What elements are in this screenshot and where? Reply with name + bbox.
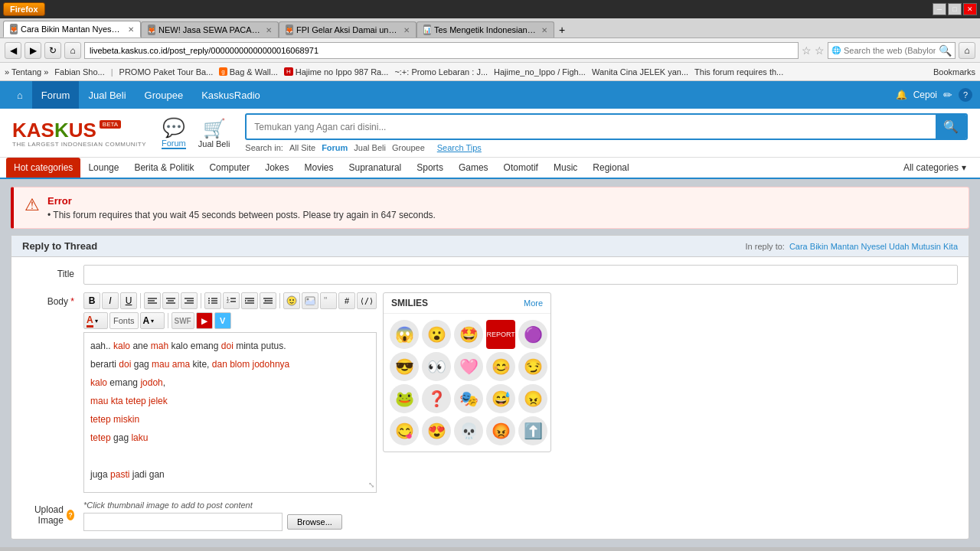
indent-btn[interactable] bbox=[241, 292, 258, 309]
ul-btn[interactable] bbox=[204, 292, 221, 309]
back-btn[interactable]: ◀ bbox=[5, 42, 21, 59]
youtube-btn[interactable]: ▶ bbox=[196, 312, 213, 329]
align-left-btn[interactable] bbox=[144, 292, 161, 309]
jualbeli-icon-btn[interactable]: 🛒 Jual Beli bbox=[198, 118, 230, 148]
smiley-1[interactable]: 😱 bbox=[390, 320, 419, 349]
maximize-btn[interactable]: □ bbox=[948, 3, 962, 15]
cat-otomotif[interactable]: Otomotif bbox=[496, 158, 546, 178]
logo-kaskus[interactable]: KASKUS bbox=[12, 119, 96, 142]
img-btn[interactable] bbox=[302, 292, 318, 309]
new-tab-btn[interactable]: + bbox=[554, 22, 570, 37]
cat-hot[interactable]: Hot categories bbox=[6, 158, 80, 178]
cat-supranatural[interactable]: Supranatural bbox=[341, 158, 410, 178]
search-opt-all[interactable]: All Site bbox=[289, 143, 315, 152]
cat-all-btn[interactable]: All categories ▾ bbox=[896, 158, 974, 178]
address-bar[interactable] bbox=[84, 42, 799, 59]
site-nav-groupee[interactable]: Groupee bbox=[136, 81, 193, 109]
nav-user-name[interactable]: Cepoi bbox=[913, 90, 937, 100]
search-tips-link[interactable]: Search Tips bbox=[437, 143, 482, 152]
site-nav-radio[interactable]: KaskusRadio bbox=[192, 81, 270, 109]
tab-2[interactable]: 🦊 FPI Gelar Aksi Damai untuk Dukung F...… bbox=[279, 21, 416, 37]
in-reply-thread-link[interactable]: Cara Bikin Mantan Nyesel Udah Mutusin Ki… bbox=[789, 242, 958, 251]
flash-btn[interactable]: SWF bbox=[172, 312, 194, 329]
smiley-3[interactable]: 🤩 bbox=[454, 320, 483, 349]
cat-regional[interactable]: Regional bbox=[585, 158, 636, 178]
smiley-14[interactable]: 😅 bbox=[486, 384, 515, 413]
cat-music[interactable]: Music bbox=[546, 158, 585, 178]
tab-close-0[interactable]: ✕ bbox=[128, 25, 134, 34]
smiley-16[interactable]: 😋 bbox=[390, 416, 419, 445]
editor-text-area[interactable]: aah.. kalo ane mah kalo emang doi minta … bbox=[83, 332, 377, 493]
smiley-5[interactable]: 🟣 bbox=[518, 320, 547, 349]
browse-button[interactable]: Browse... bbox=[287, 514, 342, 530]
smiley-17[interactable]: 😍 bbox=[422, 416, 451, 445]
browser-search-input[interactable] bbox=[844, 46, 936, 55]
tab-1[interactable]: 🦊 NEW! Jasa SEWA PACAR ! (anak Kask... ✕ bbox=[141, 21, 279, 37]
bold-btn[interactable]: B bbox=[83, 292, 100, 309]
cat-sports[interactable]: Sports bbox=[409, 158, 451, 178]
fonts-btn[interactable]: Fonts bbox=[109, 312, 139, 329]
italic-btn[interactable]: I bbox=[102, 292, 119, 309]
search-opt-jual[interactable]: Jual Beli bbox=[354, 143, 386, 152]
smiley-18[interactable]: 💀 bbox=[454, 416, 483, 445]
hash-btn[interactable]: # bbox=[338, 292, 355, 309]
minimize-btn[interactable]: ─ bbox=[933, 3, 946, 15]
smilies-more-link[interactable]: More bbox=[524, 298, 543, 308]
cat-movies[interactable]: Movies bbox=[297, 158, 341, 178]
site-nav-jualbeli[interactable]: Jual Beli bbox=[79, 81, 135, 109]
smiley-9[interactable]: 😊 bbox=[486, 352, 515, 381]
search-opt-groupee[interactable]: Groupee bbox=[392, 143, 425, 152]
code-btn[interactable]: ⟨/⟩ bbox=[357, 292, 377, 309]
home-btn[interactable]: ⌂ bbox=[64, 42, 81, 59]
bookmark-star2-icon[interactable]: ☆ bbox=[815, 44, 825, 57]
smiley-6[interactable]: 😎 bbox=[390, 352, 419, 381]
smiley-btn[interactable] bbox=[283, 292, 300, 309]
smiley-19[interactable]: 😡 bbox=[486, 416, 515, 445]
forward-btn[interactable]: ▶ bbox=[24, 42, 41, 59]
firefox-menu-btn[interactable]: Firefox bbox=[3, 2, 45, 16]
cat-jokes[interactable]: Jokes bbox=[257, 158, 296, 178]
tab-close-3[interactable]: ✕ bbox=[541, 26, 547, 34]
smiley-15[interactable]: 😠 bbox=[518, 384, 547, 413]
site-nav-home[interactable]: ⌂ bbox=[8, 81, 32, 109]
smiley-20[interactable]: ⬆️ bbox=[518, 416, 547, 445]
smiley-8[interactable]: 🩷 bbox=[454, 352, 483, 381]
search-opt-forum[interactable]: Forum bbox=[322, 143, 348, 152]
smiley-12[interactable]: ❓ bbox=[422, 384, 451, 413]
smiley-2[interactable]: 😮 bbox=[422, 320, 451, 349]
cat-computer[interactable]: Computer bbox=[201, 158, 257, 178]
tab-0[interactable]: 🦊 Cara Bikin Mantan Nyesel Udah Mutu... … bbox=[3, 21, 141, 37]
smiley-7[interactable]: 👀 bbox=[422, 352, 451, 381]
bookmark-7[interactable]: Wanita Cina JELEK yan... bbox=[592, 67, 688, 77]
home-icon[interactable]: ⌂ bbox=[959, 42, 975, 59]
bookmarks-menu[interactable]: Bookmarks bbox=[933, 67, 975, 77]
underline-btn[interactable]: U bbox=[120, 292, 137, 309]
main-search-input[interactable] bbox=[247, 117, 936, 137]
main-search-btn[interactable]: 🔍 bbox=[936, 115, 966, 139]
refresh-btn[interactable]: ↻ bbox=[44, 42, 61, 59]
bookmark-8[interactable]: This forum requires th... bbox=[694, 67, 783, 77]
forum-icon-btn[interactable]: 💬 Forum bbox=[162, 117, 186, 149]
cat-berita[interactable]: Berita & Politik bbox=[126, 158, 201, 178]
close-btn[interactable]: ✕ bbox=[963, 3, 977, 15]
bookmark-6[interactable]: Hajime_no_Ippo / Figh... bbox=[494, 67, 586, 77]
bookmark-4[interactable]: H Hajime no Ippo 987 Ra... bbox=[284, 67, 388, 77]
bookmark-2[interactable]: PROMO Paket Tour Ba... bbox=[119, 67, 214, 77]
quote-btn[interactable]: " bbox=[320, 292, 337, 309]
bookmark-1[interactable]: Fabian Sho... bbox=[54, 67, 104, 77]
bookmark-star-icon[interactable]: ☆ bbox=[802, 44, 812, 57]
resize-handle-icon[interactable]: ⤡ bbox=[368, 479, 374, 491]
bookmark-3[interactable]: g Bag & Wall... bbox=[219, 67, 278, 77]
smiley-10[interactable]: 😏 bbox=[518, 352, 547, 381]
title-input[interactable] bbox=[83, 265, 958, 285]
tab-close-1[interactable]: ✕ bbox=[266, 26, 272, 34]
smiley-4[interactable]: REPORT bbox=[486, 320, 515, 349]
cat-games[interactable]: Games bbox=[451, 158, 496, 178]
tab-3[interactable]: 📊 Tes Mengetik Indonesian - 10FastFin...… bbox=[416, 21, 554, 37]
nav-edit-icon[interactable]: ✏ bbox=[943, 89, 952, 101]
outdent-btn[interactable] bbox=[260, 292, 276, 309]
bookmark-5[interactable]: ~:+: Promo Lebaran : J... bbox=[394, 67, 488, 77]
cat-lounge[interactable]: Lounge bbox=[80, 158, 126, 178]
nav-help-icon[interactable]: ? bbox=[959, 88, 972, 102]
font-size-btn[interactable]: A ▾ bbox=[140, 312, 165, 329]
